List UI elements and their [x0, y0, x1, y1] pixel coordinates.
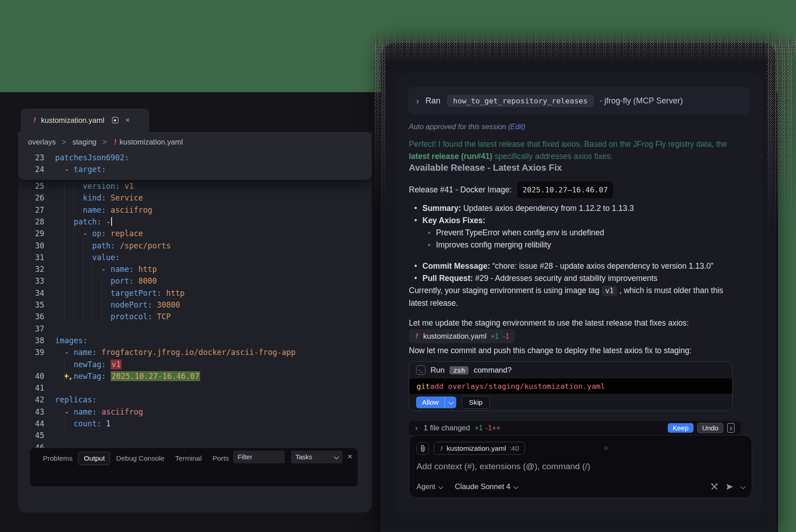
indent-guide — [64, 240, 65, 252]
code-line[interactable]: 28 patch: - — [18, 216, 372, 228]
more-options-button[interactable] — [741, 485, 744, 489]
allow-button[interactable]: Allow — [416, 397, 456, 408]
editor-tab-label: kustomization.yaml — [41, 116, 104, 125]
shell-pill: zsh — [450, 366, 468, 374]
filter-input[interactable] — [233, 451, 285, 463]
panel-tab-terminal[interactable]: Terminal — [170, 452, 207, 465]
indent-guide — [64, 263, 65, 275]
additions-count: +1 — [491, 332, 499, 341]
code-line[interactable]: 34 targetPort: http — [18, 287, 372, 299]
allow-options-caret[interactable] — [445, 397, 456, 408]
panel-tab-problems[interactable]: Problems — [38, 452, 77, 465]
code-line[interactable]: 39 - name: frogfactory.jfrog.io/docker/a… — [18, 346, 372, 358]
breadcrumb-folder[interactable]: overlays — [28, 138, 56, 146]
line-number: 43 — [18, 406, 44, 418]
send-button[interactable] — [726, 483, 734, 490]
chevron-right-icon[interactable]: › — [415, 424, 418, 433]
code-text: version: v1 — [55, 182, 134, 191]
editor-tab[interactable]: ! kustomization.yaml × — [21, 108, 149, 132]
attached-file-chip[interactable]: ! kustomization.yaml:40 — [434, 442, 525, 455]
tasks-dropdown[interactable]: Tasks — [291, 451, 342, 463]
tool-call-row[interactable]: › Ran how_to_get_repository_releases - j… — [408, 87, 750, 115]
code-line[interactable]: 38images: — [18, 335, 372, 346]
panel-tab-debug-console[interactable]: Debug Console — [111, 452, 169, 465]
indent-guide — [92, 287, 93, 299]
code-line[interactable]: 33 port: 8000 — [18, 275, 372, 287]
indent-guide — [64, 228, 65, 239]
run-command-header: ›_ Run zsh command? — [409, 362, 732, 378]
code-line-del[interactable]: newTag: v1 — [18, 359, 372, 370]
skip-button[interactable]: Skip — [462, 396, 490, 409]
indent-guide — [74, 287, 74, 299]
indent-guide — [64, 418, 65, 429]
code-line[interactable]: 42replicas: — [18, 394, 372, 406]
indent-guide — [74, 252, 74, 263]
yaml-file-icon: ! — [415, 332, 419, 341]
line-number: 24 — [18, 163, 44, 175]
yaml-file-icon: ! — [113, 138, 117, 146]
bottom-panel: ProblemsOutputDebug ConsoleTerminalPorts… — [29, 448, 358, 487]
line-number: 29 — [18, 228, 44, 239]
code-text: targetPort: http — [55, 289, 185, 298]
code-line[interactable]: 23patchesJson6902: — [18, 152, 372, 163]
indent-guide — [64, 275, 65, 287]
diff-file-icon[interactable]: ± — [727, 423, 735, 433]
code-line[interactable]: 41 — [18, 382, 372, 394]
modified-indicator-icon[interactable] — [112, 117, 118, 123]
chat-input-box[interactable]: ! kustomization.yaml:40 Add context (#),… — [409, 435, 752, 498]
code-text: value: — [55, 253, 120, 262]
line-number: 40 — [18, 370, 44, 382]
code-line[interactable]: 31 value: — [18, 252, 372, 263]
indent-guide — [74, 275, 74, 287]
code-line[interactable]: 32 - name: http — [18, 263, 372, 275]
code-line[interactable]: 30 path: /spec/ports — [18, 240, 372, 252]
close-panel-icon[interactable]: × — [347, 452, 352, 462]
code-line[interactable]: 26 kind: Service — [18, 192, 372, 204]
code-text: patchesJson6902: — [55, 153, 129, 162]
indent-guide — [74, 228, 74, 239]
line-number: 37 — [18, 323, 44, 335]
indent-guide — [74, 192, 74, 204]
changed-file-pill[interactable]: ! kustomization.yaml +1 -1 — [409, 329, 515, 343]
breadcrumb[interactable]: overlays > staging > ! kustomization.yam… — [28, 138, 183, 146]
code-text: newTag: v1 — [55, 360, 122, 369]
code-line-add[interactable]: 40 newTag: 2025.10.27-16.46.07 — [18, 370, 372, 382]
bullet-icon: • — [409, 272, 422, 285]
code-line[interactable]: 36 protocol: TCP — [18, 311, 372, 322]
panel-tab-output[interactable]: Output — [78, 452, 110, 465]
code-line[interactable]: 29 - op: replace — [18, 228, 372, 239]
panel-tab-ports[interactable]: Ports — [207, 452, 234, 465]
code-line[interactable]: 45 — [18, 429, 372, 441]
tools-button[interactable] — [711, 483, 718, 490]
send-icon — [726, 483, 734, 490]
changes-bar[interactable]: › 1 file changed +1 -1++ Keep Undo ± — [409, 421, 741, 435]
tools-icon — [711, 483, 718, 490]
breadcrumb-folder[interactable]: staging — [72, 138, 96, 146]
undo-button[interactable]: Undo — [697, 423, 723, 433]
code-line[interactable]: 35 nodePort: 30800 — [18, 299, 372, 311]
close-tab-icon[interactable]: × — [125, 116, 130, 124]
breadcrumb-file[interactable]: kustomization.yaml — [120, 138, 183, 146]
indent-guide — [101, 287, 102, 299]
code-line[interactable]: 37 — [18, 323, 372, 335]
code-line[interactable]: 27 name: asciifrog — [18, 204, 372, 216]
bullet-icon: • — [409, 260, 422, 272]
indent-guide — [101, 299, 102, 311]
indent-guide — [64, 204, 65, 216]
indent-guide — [83, 311, 83, 322]
tool-call-server: - jfrog-fly (MCP Server) — [599, 96, 683, 106]
panel-tab-bar: ProblemsOutputDebug ConsoleTerminalPorts — [38, 452, 235, 465]
edit-approval-link[interactable]: Edit — [510, 123, 523, 131]
attach-button[interactable] — [417, 442, 429, 455]
code-line[interactable]: 24 - target: — [18, 163, 372, 175]
code-line[interactable]: 25 version: v1 — [18, 180, 372, 192]
code-line[interactable]: 43 - name: asciifrog — [18, 406, 372, 418]
code-line[interactable]: 44 count: 1 — [18, 418, 372, 429]
model-dropdown[interactable]: Claude Sonnet 4 — [455, 482, 510, 491]
run-command-box: ›_ Run zsh command? git add overlays/sta… — [409, 361, 733, 411]
input-placeholder[interactable]: Add context (#), extensions (@), command… — [417, 462, 744, 471]
agent-dropdown[interactable]: Agent — [417, 483, 435, 491]
code-text: port: 8000 — [55, 276, 157, 285]
deletions-count: -1++ — [486, 424, 501, 432]
keep-button[interactable]: Keep — [668, 423, 693, 433]
